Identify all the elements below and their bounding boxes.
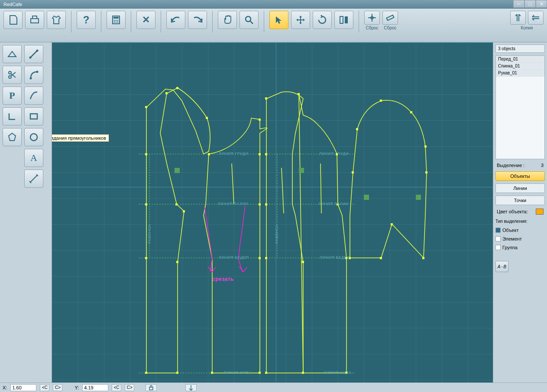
label-waist-2: ЛИНИЯ ТАЛИИ bbox=[318, 202, 349, 206]
reset-label-2: Сброс bbox=[384, 26, 396, 30]
measure-tool[interactable] bbox=[24, 170, 43, 188]
copy-group: Копия bbox=[510, 11, 544, 30]
point-tool[interactable]: P bbox=[3, 87, 22, 105]
ruler-reset-group: Сброс bbox=[382, 11, 398, 30]
arc-tool[interactable] bbox=[24, 66, 43, 84]
svg-line-41 bbox=[282, 168, 284, 213]
corner-tool[interactable] bbox=[3, 107, 22, 125]
rename-button[interactable]: A↔B bbox=[495, 261, 508, 272]
snap-button[interactable] bbox=[185, 384, 197, 391]
list-item[interactable]: Рукав_01 bbox=[496, 70, 544, 77]
svg-point-6 bbox=[117, 20, 119, 21]
color-swatch[interactable] bbox=[536, 209, 544, 215]
svg-rect-48 bbox=[176, 372, 178, 374]
check-object-label: Объект bbox=[502, 228, 518, 233]
marker bbox=[416, 195, 421, 200]
x-label: X: bbox=[3, 385, 7, 390]
svg-rect-12 bbox=[340, 16, 343, 23]
move-button[interactable] bbox=[291, 11, 310, 29]
selection-type-label: Тип выделения: bbox=[495, 218, 545, 225]
rotate-button[interactable] bbox=[313, 11, 332, 29]
object-list[interactable]: Перед_01 Спинка_01 Рукав_01 bbox=[495, 55, 545, 159]
close-button[interactable]: ✕ bbox=[536, 0, 547, 8]
svg-rect-67 bbox=[302, 372, 304, 374]
lock-button[interactable] bbox=[146, 384, 157, 391]
svg-rect-60 bbox=[259, 153, 261, 155]
axis-reset-button[interactable] bbox=[364, 11, 380, 25]
help-button[interactable]: ? bbox=[77, 11, 96, 29]
delete-button[interactable]: ✕ bbox=[136, 11, 155, 29]
new-file-button[interactable] bbox=[3, 11, 23, 29]
svg-point-4 bbox=[114, 20, 115, 21]
x-input[interactable] bbox=[10, 384, 36, 391]
svg-point-19 bbox=[29, 57, 32, 59]
color-label: Цвет объекта: bbox=[497, 209, 528, 214]
rectangle-tool[interactable] bbox=[24, 107, 43, 125]
svg-rect-78 bbox=[425, 171, 427, 174]
window-controls: ─ □ ✕ bbox=[513, 0, 547, 8]
svg-rect-76 bbox=[410, 111, 412, 113]
c-right-button[interactable]: C> bbox=[53, 384, 62, 391]
mirror-button[interactable] bbox=[334, 11, 353, 29]
c-left-button[interactable]: <C bbox=[40, 384, 49, 391]
curve-tool[interactable] bbox=[24, 87, 43, 105]
points-button[interactable]: Точки bbox=[495, 196, 545, 205]
label-chest-2: ЛИНИЯ ГРУДИ bbox=[319, 151, 349, 156]
svg-rect-50 bbox=[183, 210, 185, 212]
triangle-tool[interactable] bbox=[3, 45, 22, 63]
label-bottom-2: ЛИНИЯ НИЗА bbox=[324, 370, 352, 375]
checkbox-icon bbox=[495, 228, 501, 233]
marker bbox=[364, 195, 369, 200]
label-hip-1: ЛИНИЯ БЕДЕР bbox=[219, 255, 249, 260]
tooltip: Режим создания прямоугольников bbox=[52, 134, 109, 142]
calculator-button[interactable] bbox=[107, 11, 126, 29]
copy-label: Копия bbox=[521, 26, 533, 30]
ruler-reset-button[interactable] bbox=[382, 11, 398, 25]
pan-button[interactable] bbox=[218, 11, 237, 29]
mirror-h-button[interactable] bbox=[528, 11, 544, 25]
label-hip-2: ЛИНИЯ БЕДЕР bbox=[320, 255, 350, 260]
c-left-button-2[interactable]: <C bbox=[112, 384, 121, 391]
mirror-v-button[interactable] bbox=[510, 11, 526, 25]
redo-button[interactable] bbox=[188, 11, 207, 29]
circle-tool[interactable] bbox=[24, 128, 43, 146]
undo-button[interactable] bbox=[166, 11, 185, 29]
svg-rect-45 bbox=[145, 203, 147, 206]
check-group-row[interactable]: Группа bbox=[495, 244, 545, 251]
svg-rect-84 bbox=[149, 387, 153, 390]
objects-button[interactable]: Объекты bbox=[495, 171, 545, 181]
check-object-row[interactable]: Объект bbox=[495, 227, 545, 233]
zoom-button[interactable] bbox=[240, 11, 259, 29]
selection-label: Выделение : bbox=[497, 163, 524, 168]
list-item[interactable]: Перед_01 bbox=[496, 56, 544, 63]
svg-rect-80 bbox=[391, 223, 393, 225]
lines-button[interactable]: Линии bbox=[495, 183, 545, 193]
c-right-button-2[interactable]: C> bbox=[125, 384, 134, 391]
reset-label-1: Сброс bbox=[366, 26, 378, 30]
svg-rect-61 bbox=[259, 119, 261, 121]
svg-rect-63 bbox=[265, 153, 267, 155]
maximize-button[interactable]: □ bbox=[524, 0, 536, 8]
y-input[interactable] bbox=[82, 384, 108, 391]
canvas[interactable]: /*grid generated below via static divs*/ bbox=[52, 42, 493, 382]
svg-rect-43 bbox=[145, 106, 147, 108]
color-row: Цвет объекта: bbox=[495, 208, 545, 215]
label-chest-1: ЛИНИЯ ГРУДИ bbox=[219, 151, 248, 156]
check-element-row[interactable]: Элемент bbox=[495, 236, 545, 242]
svg-rect-0 bbox=[31, 19, 39, 23]
text-tool[interactable]: A bbox=[24, 149, 43, 167]
svg-rect-65 bbox=[265, 257, 267, 259]
shirt-button[interactable] bbox=[47, 11, 66, 29]
line-tool[interactable] bbox=[24, 45, 43, 63]
select-button[interactable] bbox=[269, 11, 288, 29]
scissors-tool[interactable] bbox=[3, 66, 22, 84]
minimize-button[interactable]: ─ bbox=[513, 0, 524, 8]
svg-rect-46 bbox=[145, 257, 147, 259]
print-button[interactable] bbox=[25, 11, 44, 29]
right-panel: 3 objects Перед_01 Спинка_01 Рукав_01 Вы… bbox=[493, 42, 547, 382]
list-item[interactable]: Спинка_01 bbox=[496, 63, 544, 70]
axis-reset-group: Сброс bbox=[364, 11, 380, 30]
main-toolbar: ? ✕ Сброс Сброс Копия bbox=[0, 9, 547, 42]
polygon-tool[interactable] bbox=[3, 128, 22, 146]
label-cut: срезать bbox=[212, 276, 234, 282]
